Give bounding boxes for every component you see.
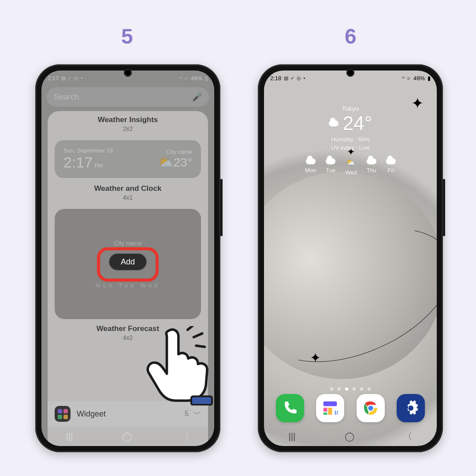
- nav-recents-button[interactable]: |||: [66, 431, 73, 442]
- nav-home-button[interactable]: ◯: [345, 431, 354, 442]
- android-nav-bar: ||| ◯ 〈: [41, 427, 214, 446]
- widget-provider-count: 5: [185, 410, 189, 418]
- svg-rect-0: [191, 396, 212, 405]
- day-label: Thu: [367, 167, 376, 174]
- nav-back-button[interactable]: 〈: [181, 431, 190, 443]
- svg-text:15: 15: [334, 409, 338, 415]
- svg-line-2: [193, 334, 202, 337]
- battery-icon: ▯: [205, 75, 208, 82]
- weather-humidity: Humidity : 66%: [264, 136, 437, 143]
- preview-time: 2:17: [63, 154, 93, 171]
- svg-rect-7: [324, 413, 327, 415]
- preview-ampm: PM: [94, 162, 103, 169]
- highlight-annotation: [97, 247, 159, 282]
- widget-insights-size: 2x2: [55, 125, 201, 132]
- android-nav-bar: ||| ◯ 〈: [264, 427, 437, 446]
- day-icon: [367, 158, 376, 164]
- weather-uv: UV index : Low: [264, 145, 437, 151]
- weather-temp: 24°: [343, 112, 372, 134]
- forecast-city: City name: [114, 240, 141, 247]
- chevron-down-icon[interactable]: ﹀: [193, 409, 201, 419]
- status-icons-left: ▧ ✓ ◎ •: [284, 75, 305, 81]
- preview-city: City name: [158, 149, 192, 155]
- status-network-icon: ⌔ ⊘: [402, 75, 411, 81]
- preview-temp: 23°: [174, 156, 192, 169]
- step-number-6: 6: [345, 24, 357, 48]
- status-icons-left: ▧ ✓ ◎ •: [61, 75, 83, 81]
- weather-icon: ⛅: [158, 156, 174, 169]
- nav-recents-button[interactable]: |||: [289, 431, 296, 442]
- widget-clock-title: Weather and Clock: [55, 184, 201, 193]
- day-icon: [386, 158, 396, 164]
- weather-widget[interactable]: Tokyo 24° Humidity : 66% UV index : Low …: [264, 105, 437, 176]
- day-label: Tue: [326, 167, 335, 174]
- search-placeholder: Search: [54, 93, 79, 102]
- phone-app-icon[interactable]: [276, 394, 304, 422]
- svg-rect-6: [324, 408, 327, 412]
- battery-icon: ▮: [428, 75, 431, 82]
- tap-gesture-icon: [143, 326, 214, 405]
- widgeet-app-icon[interactable]: 15: [316, 394, 344, 422]
- status-battery: 49%: [413, 75, 425, 82]
- day-icon: ⛅: [346, 158, 355, 167]
- mic-icon[interactable]: 🎤: [192, 92, 202, 102]
- day-icon: [326, 158, 335, 164]
- widgeet-app-icon: [55, 406, 71, 422]
- preview-date: Sun, September 29: [63, 147, 113, 154]
- widget-insights-title: Weather Insights: [55, 115, 201, 124]
- status-time: 2:18: [270, 75, 281, 82]
- day-icon: [306, 158, 316, 164]
- phone-frame-step6: 2:18 ▧ ✓ ◎ • ⌔ ⊘ 49% ▮ ✦ ✦ ✦ Tokyo 24° H…: [258, 64, 443, 452]
- widget-provider-name: Widgeet: [77, 409, 106, 419]
- search-input[interactable]: Search 🎤: [47, 87, 209, 107]
- home-screen[interactable]: 2:18 ▧ ✓ ◎ • ⌔ ⊘ 49% ▮ ✦ ✦ ✦ Tokyo 24° H…: [264, 71, 437, 446]
- svg-rect-4: [324, 402, 337, 406]
- nav-back-button[interactable]: 〈: [403, 431, 412, 443]
- weather-cloud-icon: [329, 120, 338, 126]
- svg-rect-8: [328, 408, 332, 415]
- screen-step5: 2:17 ▧ ✓ ◎ • ⌔ ⊘ 49% ▯ Search 🎤 Weather …: [41, 71, 214, 446]
- forecast-days: Mon Tue Wed: [96, 282, 160, 289]
- home-dock: 15: [264, 394, 437, 422]
- weather-forecast-row: Mon Tue ⛅Wed Thu Fri: [264, 158, 437, 176]
- front-camera: [124, 69, 132, 77]
- chrome-app-icon[interactable]: [357, 394, 385, 422]
- nav-home-button[interactable]: ◯: [122, 431, 132, 442]
- weather-city: Tokyo: [264, 105, 437, 112]
- day-label: Fri: [388, 167, 394, 174]
- day-label: Wed: [345, 169, 357, 176]
- step-number-5: 5: [121, 24, 133, 48]
- widget-weather-clock-preview[interactable]: Sun, September 29 2:17PM City name ⛅23°: [55, 140, 201, 178]
- day-label: Mon: [305, 167, 316, 174]
- front-camera: [346, 69, 354, 77]
- sparkle-icon: ✦: [310, 350, 321, 365]
- widget-clock-size: 4x1: [55, 194, 201, 201]
- svg-line-3: [196, 346, 205, 347]
- status-battery: 49%: [191, 75, 202, 82]
- svg-line-1: [188, 326, 194, 330]
- status-network-icon: ⌔ ⊘: [179, 75, 188, 81]
- page-indicator[interactable]: [264, 387, 437, 390]
- status-time: 2:17: [48, 75, 59, 82]
- phone-frame-step5: 2:17 ▧ ✓ ◎ • ⌔ ⊘ 49% ▯ Search 🎤 Weather …: [35, 64, 220, 452]
- settings-app-icon[interactable]: [397, 394, 425, 422]
